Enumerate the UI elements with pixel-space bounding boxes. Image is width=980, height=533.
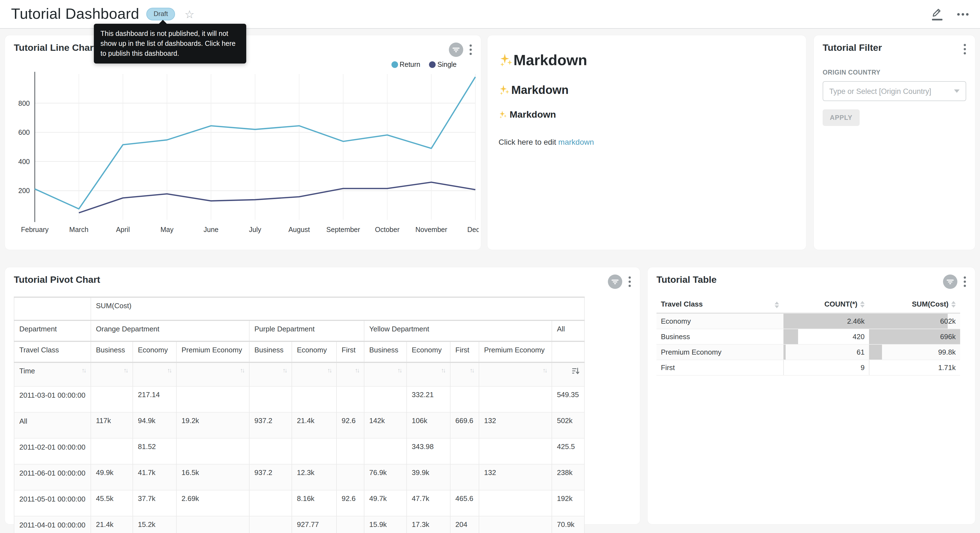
table-kebab-menu-icon[interactable] <box>963 275 967 290</box>
sparkles-icon <box>498 53 514 68</box>
pivot-data-row: 2011-06-01 00:00:0049.9k41.7k16.5k937.21… <box>14 464 584 490</box>
pivot-leaf-header: Business <box>249 342 292 362</box>
pivot-cell: 502k <box>552 412 584 438</box>
pivot-table-wrap: SUM(Cost)DepartmentOrange DepartmentPurp… <box>5 291 640 533</box>
pivot-metric-row: SUM(Cost) <box>14 297 584 320</box>
pivot-cell: 47.7k <box>407 490 450 516</box>
filter-indicator-icon[interactable] <box>449 43 463 59</box>
legend-item-return[interactable]: Return <box>391 61 420 69</box>
cell-count: 61 <box>783 345 869 360</box>
chart-kebab-menu-icon[interactable] <box>468 43 473 59</box>
sort-icon[interactable] <box>775 302 779 308</box>
pivot-cell: 106k <box>407 412 450 438</box>
pivot-cell: 37.7k <box>133 490 177 516</box>
sort-toggle-icon[interactable]: ↑↓ <box>470 367 474 373</box>
filter-card: Tutorial Filter ORIGIN COUNTRY Type or S… <box>814 35 975 250</box>
pivot-cell <box>177 386 249 412</box>
pivot-cell <box>91 386 133 412</box>
pivot-cell: 937.2 <box>249 464 292 490</box>
pivot-cell: 217.14 <box>133 386 177 412</box>
pivot-data-row: 2011-02-01 00:00:0081.52343.98425.5 <box>14 438 584 464</box>
cell-sum-cost: 1.71k <box>869 360 960 375</box>
pivot-cell: 117k <box>91 412 133 438</box>
origin-country-select[interactable]: Type or Select [Origin Country] <box>822 81 966 101</box>
table-header-row: Travel Class COUNT(*) SUM(Cost) <box>657 297 960 313</box>
dashboard-menu-button[interactable] <box>957 13 969 16</box>
pivot-kebab-menu-icon[interactable] <box>627 275 632 290</box>
pivot-leaf-header: Economy <box>292 342 337 362</box>
tutorial-table-wrap: Travel Class COUNT(*) SUM(Cost) Ec <box>648 291 975 376</box>
line-chart-plot[interactable]: 200400600800FebruaryMarchAprilMayJuneJul… <box>8 70 479 242</box>
tutorial-table: Travel Class COUNT(*) SUM(Cost) Ec <box>657 297 960 376</box>
cell-travel-class: First <box>657 360 783 375</box>
pivot-cell: 937.2 <box>249 412 292 438</box>
sort-desc-active-icon[interactable] <box>572 367 579 376</box>
pivot-metric-label: SUM(Cost) <box>91 297 584 320</box>
pivot-cell: 549.35 <box>552 386 584 412</box>
legend-item-single[interactable]: Single <box>429 61 457 69</box>
pivot-cell: 49.9k <box>91 464 133 490</box>
sort-toggle-icon[interactable]: ↑↓ <box>124 367 127 373</box>
pivot-data-row: 2011-05-01 00:00:0045.5k37.7k2.69k8.16k9… <box>14 490 584 516</box>
apply-button[interactable]: APPLY <box>822 109 860 126</box>
table-card-title: Tutorial Table <box>657 274 717 286</box>
pencil-icon <box>931 8 942 18</box>
pivot-cell <box>292 438 337 464</box>
pivot-cell: 332.21 <box>407 386 450 412</box>
sort-toggle-icon[interactable]: ↑↓ <box>240 367 244 373</box>
sort-toggle-icon[interactable]: ↑↓ <box>543 367 547 373</box>
pivot-group-header: Purple Department <box>249 320 364 342</box>
sparkles-icon <box>498 110 508 119</box>
sort-toggle-icon[interactable]: ↑↓ <box>355 367 359 373</box>
pivot-cell <box>450 386 479 412</box>
select-placeholder: Type or Select [Origin Country] <box>829 87 951 95</box>
pencil-underline <box>932 19 942 20</box>
pivot-cell <box>479 438 552 464</box>
sort-toggle-icon[interactable]: ↑↓ <box>82 367 86 373</box>
sort-toggle-icon[interactable]: ↑↓ <box>441 367 445 373</box>
table-row: First91.71k <box>657 360 960 375</box>
pivot-cell: 45.5k <box>91 490 133 516</box>
edit-dashboard-button[interactable] <box>931 8 942 20</box>
pivot-cell: 19.2k <box>177 412 249 438</box>
col-header-sum-cost[interactable]: SUM(Cost) <box>869 297 960 313</box>
sort-toggle-icon[interactable]: ↑↓ <box>167 367 171 373</box>
pivot-cell: 204 <box>450 516 479 533</box>
sort-toggle-icon[interactable]: ↑↓ <box>398 367 401 373</box>
sparkles-icon <box>498 84 510 96</box>
col-header-travel-class[interactable]: Travel Class <box>657 297 783 313</box>
col-header-count[interactable]: COUNT(*) <box>783 297 869 313</box>
sort-icon[interactable] <box>951 301 956 307</box>
favorite-star-icon[interactable]: ☆ <box>185 8 194 20</box>
cell-sum-cost: 602k <box>869 313 960 329</box>
pivot-cell <box>177 516 249 533</box>
cell-travel-class: Economy <box>657 313 783 329</box>
pivot-leaf-header: Premium Economy <box>177 342 249 362</box>
pivot-cell <box>479 386 552 412</box>
x-axis-label: May <box>161 226 173 233</box>
table-card-header: Tutorial Table <box>648 267 975 291</box>
pivot-cell: 21.4k <box>292 412 337 438</box>
edit-markdown-link[interactable]: markdown <box>558 137 594 146</box>
pivot-class-row: Travel ClassBusinessEconomyPremium Econo… <box>14 342 584 362</box>
cell-travel-class: Business <box>657 329 783 345</box>
x-axis-label: July <box>249 226 261 233</box>
publish-tooltip[interactable]: This dashboard is not published, it will… <box>94 24 246 64</box>
pivot-cell: 39.9k <box>407 464 450 490</box>
pivot-cell: 132 <box>479 464 552 490</box>
filter-indicator-icon[interactable] <box>608 274 622 291</box>
pivot-cell <box>177 438 249 464</box>
filter-kebab-menu-icon[interactable] <box>963 43 967 58</box>
cell-count: 420 <box>783 329 869 345</box>
x-axis-label: February <box>21 226 49 233</box>
sort-icon[interactable] <box>860 301 865 307</box>
pivot-leaf-header: Economy <box>133 342 177 362</box>
legend-label: Single <box>438 61 457 69</box>
markdown-h3: Markdown <box>498 109 795 120</box>
filter-indicator-icon[interactable] <box>943 274 957 291</box>
sort-toggle-icon[interactable]: ↑↓ <box>283 367 286 373</box>
pivot-row-label: 2011-05-01 00:00:00 <box>14 490 91 516</box>
sort-toggle-icon[interactable]: ↑↓ <box>328 367 331 373</box>
draft-badge[interactable]: Draft <box>146 8 175 21</box>
pivot-cell: 12.3k <box>292 464 337 490</box>
